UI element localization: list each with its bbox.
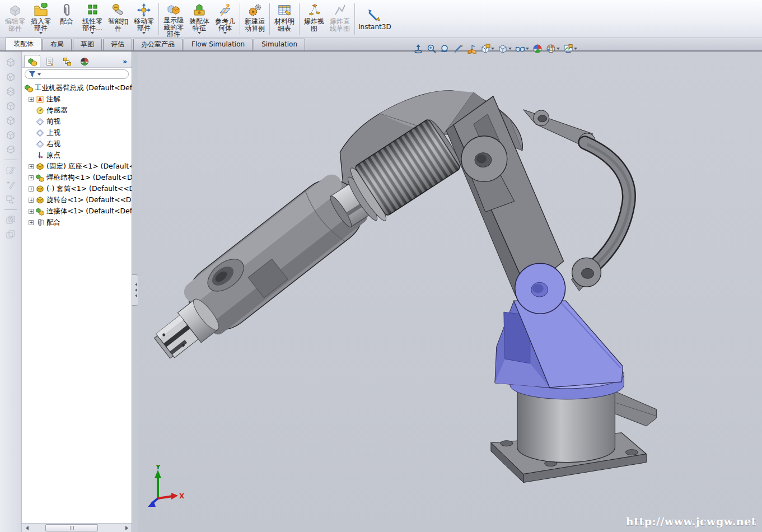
linear-pattern-icon: [85, 2, 100, 18]
apply-scene-icon[interactable]: [546, 44, 560, 54]
view-cube-4-icon[interactable]: [4, 100, 17, 112]
panel-overflow-chevron[interactable]: »: [123, 58, 129, 67]
hide-show-items-icon[interactable]: [515, 44, 529, 54]
tree-item-origin[interactable]: 原点: [24, 150, 132, 161]
view-orientation-icon[interactable]: [467, 44, 477, 54]
copy-layers-icon[interactable]: [4, 214, 17, 226]
tree-item-right-plane[interactable]: 右视: [24, 138, 132, 150]
previous-view-icon[interactable]: [440, 44, 450, 54]
paste-layers-icon[interactable]: [4, 228, 17, 241]
view-cube-1-icon[interactable]: [4, 56, 17, 68]
expand-icon[interactable]: +: [29, 97, 34, 102]
tab-assembly[interactable]: 装配体: [6, 38, 41, 50]
view-cube-6-icon[interactable]: [4, 129, 17, 141]
move-component-button[interactable]: 移动零部件: [131, 1, 157, 38]
tab-evaluate[interactable]: 评估: [103, 39, 132, 50]
dropdown-arrow-icon[interactable]: [557, 48, 560, 52]
convert-entities-icon[interactable]: [4, 193, 17, 206]
dropdown-arrow-icon[interactable]: [526, 48, 529, 52]
filter-funnel-icon: [29, 71, 36, 78]
filter-dropdown-arrow-icon[interactable]: [38, 73, 41, 77]
button-label: 插入零部件: [30, 18, 52, 32]
feature-manager-tree-icon[interactable]: [24, 55, 40, 67]
tree-item-base-part[interactable]: + (固定) 底座<1> (Default<<D: [24, 161, 132, 172]
edit-component-icon: [8, 2, 22, 18]
base-fin[interactable]: [615, 391, 656, 426]
insert-component-icon: [34, 2, 48, 18]
edit-component-button[interactable]: 编辑零部件: [2, 1, 28, 38]
assembly-features-button[interactable]: 装配体特征: [186, 1, 212, 38]
instant3d-button[interactable]: Instant3D: [357, 1, 393, 38]
button-label: Instant3D: [358, 24, 391, 31]
command-tab-strip: 装配体 布局 草图 评估 办公室产品 Flow Simulation Simul…: [0, 38, 762, 52]
add-sketch-icon[interactable]: [4, 179, 17, 191]
section-view-icon[interactable]: [454, 44, 464, 54]
scroll-right-arrow-icon[interactable]: [124, 524, 132, 531]
tree-item-sleeve-part[interactable]: + (-) 套筒<1> (Default<<Def: [24, 183, 132, 194]
new-motion-study-button[interactable]: 新建运动算例: [242, 1, 268, 38]
insert-component-button[interactable]: 插入零部件: [28, 1, 54, 38]
dropdown-arrow-icon[interactable]: [574, 48, 577, 52]
tree-horizontal-scrollbar[interactable]: [22, 523, 132, 532]
dropdown-arrow-icon[interactable]: [223, 32, 227, 36]
explode-line-sketch-button[interactable]: 爆炸直线草图: [327, 1, 353, 38]
dropdown-arrow-icon[interactable]: [91, 32, 94, 36]
linear-pattern-button[interactable]: 线性零部件...: [80, 1, 105, 38]
mate-button[interactable]: 配合: [54, 1, 80, 38]
edit-appearance-icon[interactable]: [532, 44, 543, 54]
dropdown-arrow-icon[interactable]: [39, 32, 43, 36]
dropdown-arrow-icon[interactable]: [491, 48, 494, 52]
tree-item-top-plane[interactable]: 上视: [24, 127, 132, 138]
zoom-to-fit-icon[interactable]: [413, 44, 423, 54]
tree-filter-input[interactable]: [25, 69, 129, 79]
graphics-viewport[interactable]: Y X http://www.jcwgw.net: [138, 52, 762, 532]
tree-item-weld-gun-subassembly[interactable]: + 焊枪结构<1> (Default<Defa: [24, 172, 132, 183]
toolbar-divider: [4, 209, 17, 210]
scroll-left-arrow-icon[interactable]: [22, 524, 30, 531]
tree-item-front-plane[interactable]: 前视: [24, 116, 132, 127]
property-manager-icon[interactable]: [41, 55, 58, 67]
tree-item-rotary-table-part[interactable]: + 旋转台<1> (Default<<Defa: [24, 194, 132, 206]
tab-simulation[interactable]: Simulation: [254, 39, 305, 50]
dropdown-arrow-icon[interactable]: [142, 32, 146, 36]
tree-item-connector-subassembly[interactable]: + 连接体<1> (Default<Defaul: [24, 206, 132, 217]
wireframe-cube-icon[interactable]: [498, 44, 512, 54]
tab-sketch[interactable]: 草图: [73, 39, 102, 50]
dropdown-arrow-icon[interactable]: [508, 48, 512, 52]
tree-item-annotations[interactable]: + A 注解: [24, 94, 132, 105]
tree-item-mates[interactable]: + 配合: [24, 217, 132, 228]
expand-icon[interactable]: +: [29, 164, 34, 169]
exploded-view-icon: [307, 2, 321, 18]
tree-root-assembly[interactable]: 工业机器臂总成 (Default<Defa: [24, 82, 132, 94]
tab-office-products[interactable]: 办公室产品: [133, 39, 183, 50]
display-manager-icon[interactable]: [76, 55, 92, 67]
tree-item-sensors[interactable]: 传感器: [24, 105, 132, 116]
view-settings-icon[interactable]: [563, 44, 577, 54]
expand-icon[interactable]: +: [29, 175, 34, 180]
tab-layout[interactable]: 布局: [43, 39, 72, 50]
scrollbar-thumb[interactable]: [45, 524, 98, 531]
show-hidden-components-button[interactable]: 显示隐藏的零部件: [161, 1, 186, 38]
reference-geometry-icon: [218, 2, 232, 18]
dropdown-arrow-icon[interactable]: [198, 32, 201, 36]
view-cube-2-icon[interactable]: [4, 71, 17, 83]
expand-icon[interactable]: +: [29, 186, 34, 192]
expand-icon[interactable]: +: [29, 209, 34, 214]
zoom-to-area-icon[interactable]: [427, 44, 437, 54]
reference-geometry-button[interactable]: 参考几何体: [212, 1, 238, 38]
panel-splitter[interactable]: [132, 52, 138, 532]
curved-truss-link[interactable]: [572, 143, 630, 291]
view-cube-7-icon[interactable]: [4, 143, 17, 156]
robot-arm-model[interactable]: [138, 52, 762, 531]
sketch-pencil-icon[interactable]: [4, 164, 17, 176]
expand-icon[interactable]: +: [29, 198, 34, 203]
expand-icon[interactable]: +: [29, 220, 34, 225]
view-cube-5-icon[interactable]: [4, 114, 17, 127]
smart-fasteners-button[interactable]: 智能扣件: [105, 1, 131, 38]
configuration-manager-icon[interactable]: [59, 55, 75, 67]
display-style-icon[interactable]: [480, 44, 494, 54]
exploded-view-button[interactable]: 爆炸视图: [301, 1, 327, 38]
view-cube-3-icon[interactable]: [4, 85, 17, 97]
bill-of-materials-button[interactable]: 材料明细表: [272, 1, 297, 38]
tab-flow-simulation[interactable]: Flow Simulation: [184, 39, 253, 50]
